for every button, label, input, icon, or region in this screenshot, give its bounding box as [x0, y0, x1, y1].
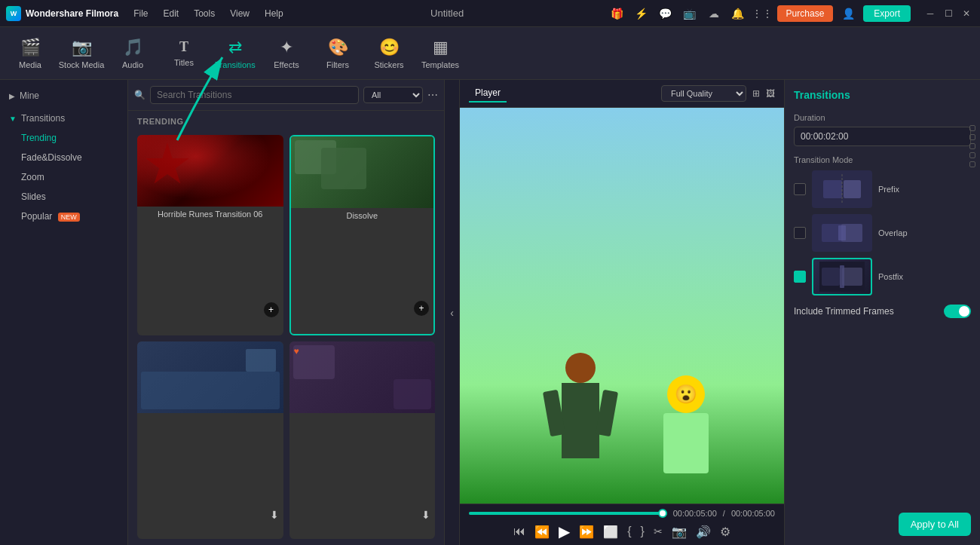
- include-trimmed-toggle[interactable]: [944, 305, 971, 318]
- tool-media[interactable]: 🎬 Media: [6, 31, 54, 76]
- svg-rect-2: [844, 180, 861, 198]
- mode-overlap-row: Overlap: [794, 214, 971, 252]
- more-options-button[interactable]: ⋯: [427, 89, 438, 101]
- transition-item-3[interactable]: ⬇: [137, 341, 283, 539]
- close-button[interactable]: ✕: [959, 6, 974, 21]
- frame-forward-icon[interactable]: ⏩: [579, 525, 594, 539]
- tool-filters[interactable]: 🎨 Filters: [314, 31, 362, 76]
- tab-player[interactable]: Player: [469, 84, 507, 103]
- main-toolbar: 🎬 Media 📷 Stock Media 🎵 Audio T Titles ⇄…: [0, 27, 980, 80]
- tool-media-label: Media: [19, 60, 41, 69]
- menu-edit[interactable]: Edit: [160, 7, 182, 20]
- app-name: Wondershare Filmora: [26, 8, 118, 19]
- player-view-icons: ⊞ 🖼: [752, 88, 775, 99]
- duration-value[interactable]: 00:00:02:00: [794, 127, 971, 146]
- tool-transitions-label: Transitions: [215, 60, 255, 69]
- transition-thumb-3: [137, 341, 283, 413]
- sidebar-item-zoom[interactable]: Zoom: [3, 167, 124, 187]
- sidebar-item-trending[interactable]: Trending: [3, 128, 124, 148]
- sidebar-item-popular[interactable]: Popular NEW: [3, 207, 124, 226]
- search-input[interactable]: [150, 86, 359, 104]
- prefix-thumb: [812, 170, 872, 208]
- tool-titles[interactable]: T Titles: [160, 31, 208, 76]
- transition-thumb-4: [289, 341, 436, 413]
- tool-effects[interactable]: ✦ Effects: [262, 31, 311, 76]
- search-bar: 🔍 All Free Premium ⋯: [128, 80, 444, 111]
- transition-mode-label: Transition Mode: [794, 155, 971, 164]
- progress-bar: 00:00:05:00 / 00:00:05:00: [469, 509, 775, 518]
- image-view-icon[interactable]: 🖼: [766, 88, 775, 99]
- player-tabs: Player: [469, 84, 507, 103]
- new-badge: NEW: [58, 213, 80, 222]
- frame-back-icon[interactable]: ⏪: [534, 525, 550, 539]
- mark-out-icon[interactable]: }: [641, 525, 645, 538]
- split-icon[interactable]: ✂: [654, 525, 663, 537]
- filters-icon: 🎨: [328, 38, 348, 57]
- menubar: W Wondershare Filmora File Edit Tools Vi…: [0, 0, 980, 27]
- skip-back-icon[interactable]: ⏮: [513, 525, 525, 538]
- gift-icon[interactable]: 🎁: [608, 5, 626, 23]
- flash-icon[interactable]: ⚡: [632, 5, 651, 23]
- menu-file[interactable]: File: [130, 7, 151, 20]
- mark-in-icon[interactable]: {: [627, 525, 631, 538]
- bell-icon[interactable]: 🔔: [729, 5, 747, 23]
- export-button[interactable]: Export: [863, 5, 911, 22]
- menu-help[interactable]: Help: [262, 7, 286, 20]
- crop-icon[interactable]: ⬜: [603, 525, 618, 539]
- sidebar-item-slides[interactable]: Slides: [3, 187, 124, 207]
- duration-label: Duration: [794, 113, 971, 122]
- player-header: Player Full Quality Half Quality Quarter…: [460, 80, 784, 108]
- minimize-button[interactable]: ─: [923, 6, 938, 21]
- quality-select[interactable]: Full Quality Half Quality Quarter Qualit…: [661, 85, 746, 102]
- maximize-button[interactable]: ☐: [941, 6, 956, 21]
- purchase-button[interactable]: Purchase: [777, 5, 834, 22]
- user-icon[interactable]: 👤: [839, 5, 857, 23]
- download-icon-4[interactable]: ⬇: [421, 509, 430, 521]
- transition-item-4[interactable]: ♥ ⬇: [289, 341, 436, 539]
- settings-icon[interactable]: ⚙: [720, 525, 730, 539]
- transition-thumb-1: [137, 135, 283, 207]
- tool-audio[interactable]: 🎵 Audio: [109, 31, 157, 76]
- grid-icon[interactable]: ⋮⋮: [753, 5, 771, 23]
- collapse-panel-button[interactable]: ‹: [445, 80, 460, 545]
- window-title: Untitled: [299, 8, 596, 19]
- sidebar-transitions-header[interactable]: ▼ Transitions: [0, 109, 127, 128]
- menu-view[interactable]: View: [227, 7, 253, 20]
- media-icon: 🎬: [20, 38, 41, 57]
- tool-titles-label: Titles: [174, 58, 194, 67]
- tool-transitions[interactable]: ⇄ Transitions: [211, 31, 259, 76]
- chat-icon[interactable]: 💬: [657, 5, 675, 23]
- apply-to-all-button[interactable]: Apply to All: [899, 513, 971, 536]
- tool-templates[interactable]: ▦ Templates: [416, 31, 464, 76]
- sidebar-item-fade-dissolve[interactable]: Fade&Dissolve: [3, 148, 124, 167]
- playback-controls: ⏮ ⏪ ▶ ⏩ ⬜ { } ✂ 📷 🔊 ⚙: [469, 522, 775, 540]
- play-button[interactable]: ▶: [559, 522, 570, 540]
- download-icon-3[interactable]: ⬇: [270, 509, 279, 521]
- progress-thumb: [658, 509, 667, 518]
- progress-track[interactable]: [469, 512, 667, 515]
- transition-item-2[interactable]: + Dissolve: [289, 135, 436, 335]
- postfix-checkbox[interactable]: [794, 271, 806, 283]
- tool-stickers[interactable]: 😊 Stickers: [365, 31, 413, 76]
- transitions-panel: 🔍 All Free Premium ⋯ TRENDING + Horrib: [128, 80, 445, 545]
- menu-tools[interactable]: Tools: [191, 7, 218, 20]
- sidebar-popular-label: Popular: [21, 211, 52, 222]
- player-container: Player Full Quality Half Quality Quarter…: [460, 80, 784, 545]
- grid-view-icon[interactable]: ⊞: [752, 88, 760, 99]
- cloud-icon[interactable]: ☁: [705, 5, 723, 23]
- screenshot-icon[interactable]: 📷: [672, 525, 687, 539]
- svg-rect-7: [838, 225, 846, 240]
- tool-templates-label: Templates: [421, 60, 459, 69]
- prefix-checkbox[interactable]: [794, 183, 806, 195]
- volume-icon[interactable]: 🔊: [696, 525, 711, 539]
- tool-stock-media[interactable]: 📷 Stock Media: [57, 31, 106, 76]
- overlap-checkbox[interactable]: [794, 227, 806, 239]
- add-icon-2[interactable]: +: [414, 301, 429, 316]
- sidebar-mine-header[interactable]: ▶ Mine: [0, 86, 127, 106]
- add-icon-1[interactable]: +: [264, 302, 279, 317]
- filter-select[interactable]: All Free Premium: [363, 87, 423, 103]
- transition-item-1[interactable]: + Horrible Runes Transition 06: [137, 135, 283, 335]
- device-icon[interactable]: 📺: [681, 5, 699, 23]
- window-controls: ─ ☐ ✕: [923, 6, 974, 21]
- templates-icon: ▦: [433, 38, 449, 57]
